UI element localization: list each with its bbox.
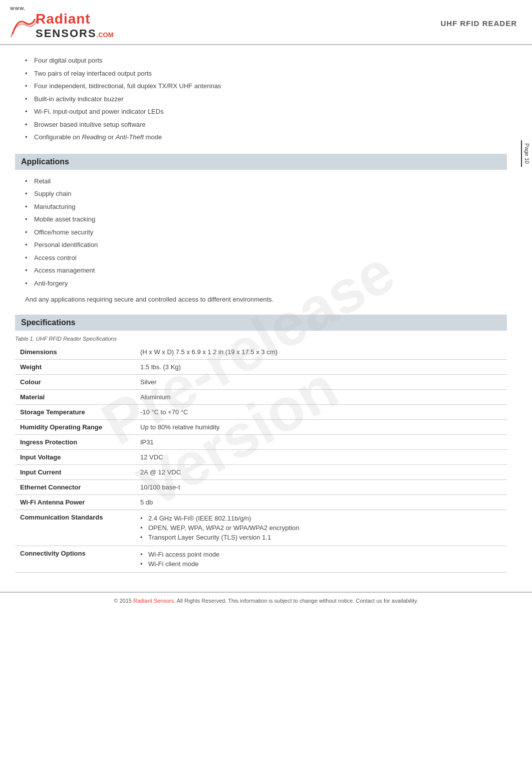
list-item: OPEN, WEP, WPA, WPA2 or WPA/WPA2 encrypt…: [140, 523, 502, 533]
spec-label: Communication Standards: [15, 510, 135, 546]
logo: WWW. Radiant SENSORS .COM: [10, 6, 114, 40]
spec-label: Wi-Fi Antenna Power: [15, 494, 135, 510]
header: WWW. Radiant SENSORS .COM UHF RFID READE…: [0, 0, 532, 45]
table-row: Input Voltage 12 VDC: [15, 449, 507, 464]
table-row: Storage Temperature -10 °C to +70 °C: [15, 404, 507, 419]
list-item: Wi-Fi access point mode: [140, 550, 502, 559]
feature-item: Wi-Fi, input-output and power indicator …: [25, 105, 507, 118]
logo-sensors-text: SENSORS: [36, 27, 97, 40]
list-item: 2.4 GHz Wi-Fi® (IEEE 802.11b/g/n): [140, 514, 502, 523]
features-list: Four digital output ports Two pairs of r…: [25, 54, 507, 144]
feature-item: Two pairs of relay interfaced output por…: [25, 67, 507, 80]
spec-label: Input Current: [15, 464, 135, 479]
feature-item: Built-in activity indicator buzzer: [25, 93, 507, 106]
list-item: Manufacturing: [25, 200, 507, 213]
spec-value: Wi-Fi access point mode Wi-Fi client mod…: [135, 546, 507, 572]
spec-value: 2A @ 12 VDC: [135, 464, 507, 479]
list-item: Personal identification: [25, 238, 507, 251]
spec-value: 5 db: [135, 494, 507, 510]
spec-value: -10 °C to +70 °C: [135, 404, 507, 419]
page-title: UHF RFID READER: [441, 19, 517, 28]
list-item: Transport Layer Security (TLS) version 1…: [140, 533, 502, 542]
list-item: Retail: [25, 175, 507, 188]
list-item: Wi-Fi client mode: [140, 559, 502, 569]
table-row: Humidity Operating Range Up to 80% relat…: [15, 419, 507, 434]
logo-www: WWW.: [10, 6, 26, 11]
table-caption: Table 1, UHF RFID Reader Specifications: [15, 336, 507, 342]
logo-arc-icon: [10, 15, 38, 39]
feature-item: Four independent, bidirectional, full du…: [25, 80, 507, 93]
list-item: Access control: [25, 251, 507, 265]
spec-value: 1.5 lbs. (3 Kg): [135, 359, 507, 374]
logo-radiant-text: Radiant: [36, 11, 91, 27]
specifications-table: Dimensions (H x W x D) 7.5 x 6.9 x 1.2 i…: [15, 345, 507, 573]
table-row: Dimensions (H x W x D) 7.5 x 6.9 x 1.2 i…: [15, 345, 507, 360]
spec-label: Ethernet Connector: [15, 479, 135, 494]
spec-value: Silver: [135, 374, 507, 389]
spec-label: Dimensions: [15, 345, 135, 360]
spec-label: Connectivity Options: [15, 546, 135, 572]
spec-label: Input Voltage: [15, 449, 135, 464]
feature-item: Configurable on Reading or Anti-Theft mo…: [25, 131, 507, 144]
spec-value: (H x W x D) 7.5 x 6.9 x 1.2 in (19 x 17.…: [135, 345, 507, 360]
feature-item: Browser based intuitive setup software: [25, 118, 507, 131]
spec-label: Humidity Operating Range: [15, 419, 135, 434]
applications-list: Retail Supply chain Manufacturing Mobile…: [25, 175, 507, 290]
specifications-heading: Specifications: [15, 315, 507, 331]
table-row: Colour Silver: [15, 374, 507, 389]
table-row: Ethernet Connector 10/100 base-t: [15, 479, 507, 494]
spec-value: 12 VDC: [135, 449, 507, 464]
spec-label: Colour: [15, 374, 135, 389]
feature-item: Four digital output ports: [25, 54, 507, 67]
table-row: Wi-Fi Antenna Power 5 db: [15, 494, 507, 510]
applications-note: And any applications requiring secure an…: [25, 295, 507, 305]
main-content: Four digital output ports Two pairs of r…: [0, 45, 532, 582]
list-item: Anti-forgery: [25, 277, 507, 290]
page-number: Page 10: [521, 140, 532, 167]
list-item: Access management: [25, 264, 507, 277]
logo-com-text: .COM: [97, 31, 114, 39]
list-item: Office/home security: [25, 226, 507, 239]
table-row: Ingress Protection IP31: [15, 434, 507, 449]
spec-value: 2.4 GHz Wi-Fi® (IEEE 802.11b/g/n) OPEN, …: [135, 510, 507, 546]
footer-link: Radiant Sensors: [133, 598, 174, 604]
spec-value: Aluminium: [135, 389, 507, 404]
table-row: Input Current 2A @ 12 VDC: [15, 464, 507, 479]
table-row: Communication Standards 2.4 GHz Wi-Fi® (…: [15, 510, 507, 546]
table-row: Material Aluminium: [15, 389, 507, 404]
table-row: Connectivity Options Wi-Fi access point …: [15, 546, 507, 572]
applications-heading: Applications: [15, 154, 507, 170]
list-item: Mobile asset tracking: [25, 213, 507, 226]
table-row: Weight 1.5 lbs. (3 Kg): [15, 359, 507, 374]
spec-value: 10/100 base-t: [135, 479, 507, 494]
list-item: Supply chain: [25, 187, 507, 200]
footer: © 2015 Radiant Sensors. All Rights Reser…: [0, 592, 532, 609]
spec-value: IP31: [135, 434, 507, 449]
spec-label: Weight: [15, 359, 135, 374]
spec-label: Material: [15, 389, 135, 404]
spec-label: Storage Temperature: [15, 404, 135, 419]
spec-value: Up to 80% relative humidity: [135, 419, 507, 434]
spec-label: Ingress Protection: [15, 434, 135, 449]
